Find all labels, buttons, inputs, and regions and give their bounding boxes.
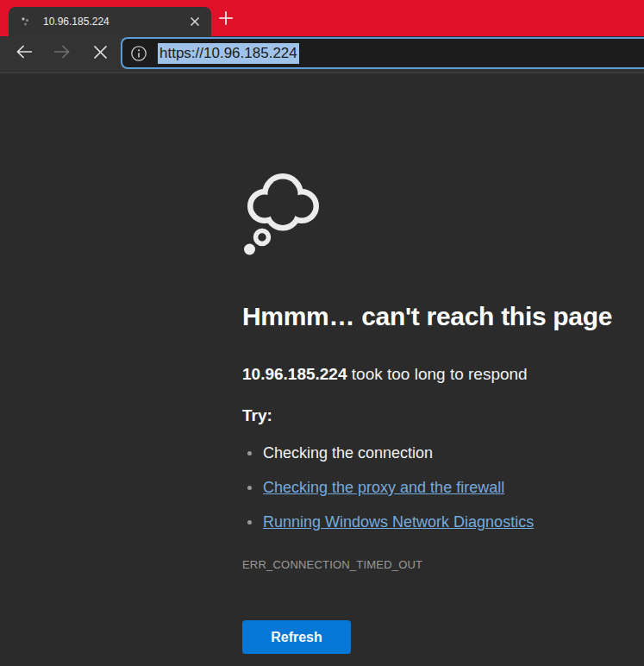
new-tab-button[interactable] [216, 9, 236, 30]
browser-window: 10.96.185.224 [0, 0, 644, 666]
url-input[interactable]: https://10.96.185.224 [158, 43, 299, 64]
error-title: Hmmm… can't reach this page [242, 302, 612, 331]
network-diagnostics-link[interactable]: Running Windows Network Diagnostics [263, 513, 534, 531]
loading-spinner-icon [18, 15, 32, 28]
refresh-button[interactable]: Refresh [242, 620, 351, 654]
thought-bubble-icon [242, 169, 324, 261]
stop-x-icon [91, 43, 109, 65]
info-icon[interactable] [130, 45, 147, 62]
suggestion-text: Checking the connection [263, 444, 433, 462]
proxy-firewall-link[interactable]: Checking the proxy and the firewall [263, 479, 504, 497]
error-host: 10.96.185.224 [242, 365, 347, 383]
plus-icon [216, 9, 235, 31]
tab-bar: 10.96.185.224 [0, 0, 644, 36]
list-item: Checking the proxy and the firewall [247, 479, 504, 497]
back-button[interactable] [13, 42, 35, 65]
bullet-icon [247, 486, 252, 490]
close-icon[interactable] [186, 13, 203, 30]
try-label: Try: [242, 406, 272, 425]
bullet-icon [247, 451, 252, 456]
error-message: 10.96.185.224 took too long to respond [242, 365, 528, 384]
stop-button[interactable] [89, 42, 111, 65]
tab-title: 10.96.185.224 [43, 16, 186, 28]
browser-tab[interactable]: 10.96.185.224 [9, 7, 211, 36]
error-message-rest: took too long to respond [347, 365, 528, 383]
forward-button[interactable] [51, 42, 73, 65]
bullet-icon [247, 520, 252, 525]
error-code: ERR_CONNECTION_TIMED_OUT [242, 558, 422, 571]
list-item: Running Windows Network Diagnostics [247, 513, 534, 531]
error-page: Hmmm… can't reach this page 10.96.185.22… [0, 74, 644, 666]
address-bar[interactable]: https://10.96.185.224 [121, 37, 644, 69]
back-arrow-icon [14, 41, 34, 66]
forward-arrow-icon [52, 41, 72, 66]
list-item: Checking the connection [247, 444, 433, 462]
